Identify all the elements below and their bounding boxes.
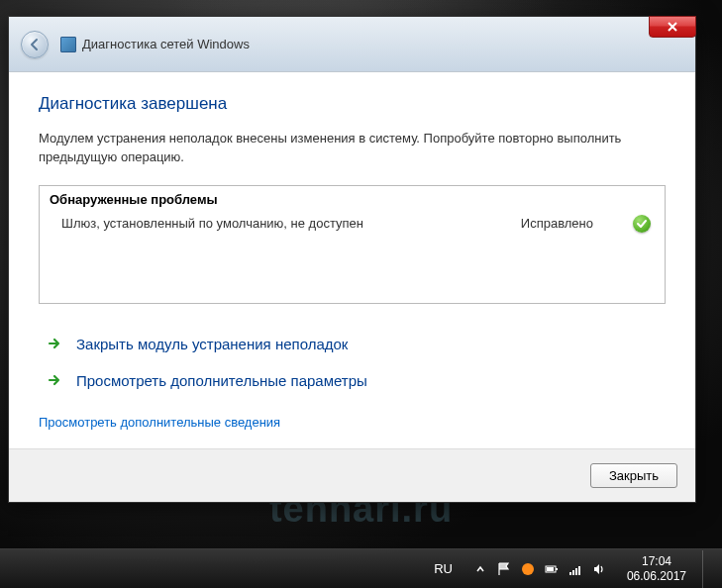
checkmark-icon [633, 215, 651, 233]
action-label: Просмотреть дополнительные параметры [76, 372, 367, 389]
description-text: Модулем устранения неполадок внесены изм… [39, 130, 666, 167]
language-indicator[interactable]: RU [430, 559, 457, 578]
problems-header: Обнаруженные проблемы [40, 186, 665, 211]
clock[interactable]: 17:04 06.06.2017 [621, 554, 692, 584]
page-heading: Диагностика завершена [39, 94, 666, 114]
close-button-x[interactable] [649, 16, 696, 38]
svg-rect-3 [547, 567, 554, 571]
problems-list: Обнаруженные проблемы Шлюз, установленны… [39, 185, 666, 304]
svg-rect-4 [569, 572, 571, 575]
antivirus-icon[interactable] [520, 561, 536, 577]
close-icon [667, 22, 678, 32]
titlebar: Диагностика сетей Windows [9, 17, 695, 72]
battery-icon[interactable] [544, 561, 560, 577]
svg-rect-5 [572, 570, 574, 575]
tray-expand-icon[interactable] [472, 561, 488, 577]
troubleshooter-window: Диагностика сетей Windows Диагностика за… [8, 16, 696, 503]
content-area: Диагностика завершена Модулем устранения… [9, 72, 695, 448]
back-button[interactable] [21, 31, 49, 58]
volume-icon[interactable] [591, 561, 607, 577]
action-label: Закрыть модуль устранения неполадок [76, 336, 348, 352]
show-desktop-button[interactable] [702, 550, 714, 588]
taskbar: RU 17:04 06.06.2017 [0, 548, 722, 588]
clock-date: 06.06.2017 [627, 569, 686, 584]
clock-time: 17:04 [627, 554, 686, 569]
dialog-footer: Закрыть [9, 448, 695, 502]
view-detailed-action[interactable]: Просмотреть дополнительные параметры [39, 362, 666, 399]
problem-row: Шлюз, установленный по умолчанию, не дос… [40, 211, 665, 237]
arrow-right-icon [47, 372, 62, 388]
network-icon[interactable] [567, 561, 583, 577]
close-troubleshooter-action[interactable]: Закрыть модуль устранения неполадок [39, 326, 666, 362]
troubleshooter-app-icon [60, 37, 76, 52]
problem-status: Исправлено [521, 216, 593, 231]
svg-rect-2 [556, 568, 558, 570]
svg-point-0 [522, 563, 534, 575]
flag-icon[interactable] [496, 561, 512, 577]
arrow-left-icon [28, 38, 42, 51]
arrow-right-icon [47, 336, 62, 351]
problem-name: Шлюз, установленный по умолчанию, не дос… [61, 216, 521, 231]
close-dialog-button[interactable]: Закрыть [590, 463, 677, 488]
svg-rect-6 [575, 568, 577, 575]
more-info-link[interactable]: Просмотреть дополнительные сведения [39, 415, 280, 430]
window-title: Диагностика сетей Windows [82, 37, 250, 51]
svg-rect-7 [578, 566, 580, 575]
